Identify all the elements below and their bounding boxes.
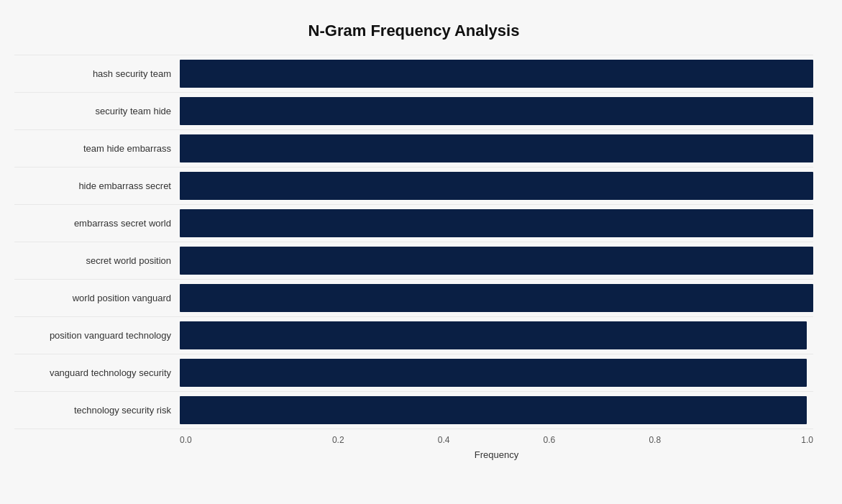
bar-row: hash security team	[14, 55, 813, 93]
bar	[180, 209, 813, 237]
bar-wrapper	[180, 354, 813, 391]
bar-wrapper	[180, 392, 813, 429]
bar-label: embarrass secret world	[14, 218, 180, 229]
x-tick: 0.0	[180, 435, 285, 445]
bar-label: security team hide	[14, 106, 180, 116]
bar-wrapper	[180, 130, 813, 167]
x-tick: 1.0	[708, 435, 813, 445]
bar-label: team hide embarrass	[14, 143, 180, 154]
x-tick: 0.2	[285, 435, 391, 445]
bar	[180, 321, 807, 349]
bar-wrapper	[180, 93, 813, 129]
bar-wrapper	[180, 317, 813, 354]
bar-wrapper	[180, 280, 813, 316]
bar-row: position vanguard technology	[14, 317, 813, 354]
bar	[180, 60, 813, 87]
bar-row: vanguard technology security	[14, 354, 813, 392]
bar-label: hash security team	[14, 68, 180, 79]
x-tick: 0.4	[391, 435, 497, 445]
bar	[180, 247, 813, 274]
bar	[180, 284, 813, 311]
bar-row: security team hide	[14, 93, 813, 130]
bar-wrapper	[180, 168, 813, 204]
x-tick: 0.6	[496, 435, 602, 445]
bar-label: world position vanguard	[14, 293, 180, 303]
bar-wrapper	[180, 205, 813, 242]
x-axis: 0.00.20.40.60.81.0	[180, 435, 813, 445]
bar-label: secret world position	[14, 255, 180, 266]
bar-label: hide embarrass secret	[14, 180, 180, 191]
bar	[180, 172, 813, 199]
bar-label: position vanguard technology	[14, 330, 180, 341]
bar-row: embarrass secret world	[14, 205, 813, 242]
bar-row: team hide embarrass	[14, 130, 813, 168]
bar-row: hide embarrass secret	[14, 168, 813, 205]
bar-row: secret world position	[14, 242, 813, 280]
chart-title: N-Gram Frequency Analysis	[14, 14, 813, 40]
bar-wrapper	[180, 242, 813, 279]
bar-row: technology security risk	[14, 392, 813, 429]
bar	[180, 359, 807, 386]
bar-row: world position vanguard	[14, 280, 813, 317]
bar-wrapper	[180, 55, 813, 92]
bar-label: vanguard technology security	[14, 367, 180, 378]
bar	[180, 134, 813, 162]
bar	[180, 97, 813, 124]
bar-label: technology security risk	[14, 405, 180, 416]
x-axis-label: Frequency	[180, 449, 813, 460]
x-tick: 0.8	[602, 435, 708, 445]
chart-area: hash security teamsecurity team hideteam…	[14, 55, 813, 429]
bar	[180, 396, 807, 423]
chart-container: N-Gram Frequency Analysis hash security …	[0, 0, 842, 504]
